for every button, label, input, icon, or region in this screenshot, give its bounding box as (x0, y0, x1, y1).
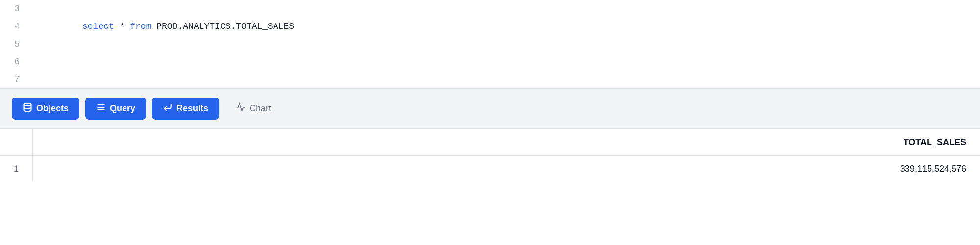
code-editor[interactable]: 3 4 select * from PROD.ANALYTICS.TOTAL_S… (0, 0, 980, 89)
line-number-5: 5 (0, 39, 29, 49)
list-icon (96, 102, 106, 115)
results-panel: TOTAL_SALES 1 339,115,524,576 (0, 129, 980, 182)
toolbar: Objects Query Results Chart (0, 89, 980, 129)
editor-line-6: 6 (0, 53, 980, 71)
col-header-rownum (0, 129, 33, 156)
tab-results[interactable]: Results (152, 98, 219, 120)
svg-point-0 (24, 103, 31, 106)
operator-star: * (114, 22, 130, 31)
keyword-from: from (130, 22, 151, 31)
tab-query-label: Query (110, 103, 135, 114)
tab-chart-label: Chart (250, 103, 271, 114)
table-header-row: TOTAL_SALES (0, 129, 980, 156)
tab-objects-label: Objects (36, 103, 69, 114)
keyword-select: select (82, 22, 114, 31)
editor-line-7: 7 (0, 71, 980, 88)
line-number-3: 3 (0, 4, 29, 14)
arrow-return-icon (163, 102, 173, 115)
tab-results-label: Results (176, 103, 208, 114)
table-identifier: PROD.ANALYTICS.TOTAL_SALES (151, 22, 294, 31)
tab-chart[interactable]: Chart (225, 98, 282, 120)
line-number-6: 6 (0, 57, 29, 67)
cell-total-sales-1: 339,115,524,576 (33, 156, 980, 182)
tab-objects[interactable]: Objects (12, 98, 79, 120)
line-number-7: 7 (0, 74, 29, 84)
line-number-4: 4 (0, 22, 29, 31)
cell-row-num-1: 1 (0, 156, 33, 182)
results-table: TOTAL_SALES 1 339,115,524,576 (0, 129, 980, 182)
tab-query[interactable]: Query (85, 98, 146, 120)
line-content-4: select * from PROD.ANALYTICS.TOTAL_SALES (29, 12, 294, 41)
col-header-total-sales: TOTAL_SALES (33, 129, 980, 156)
editor-line-4: 4 select * from PROD.ANALYTICS.TOTAL_SAL… (0, 18, 980, 35)
database-icon (23, 102, 32, 115)
table-row: 1 339,115,524,576 (0, 156, 980, 182)
chart-line-icon (236, 102, 246, 115)
